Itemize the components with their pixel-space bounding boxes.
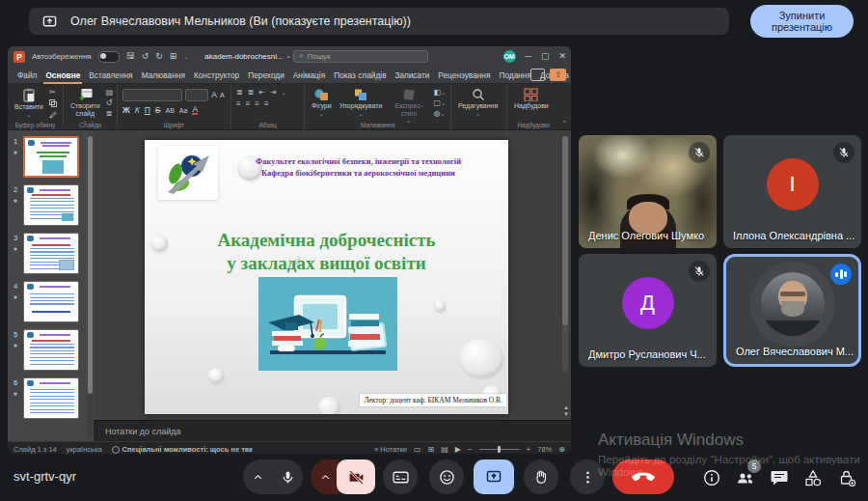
fit-slide-icon[interactable]: ⊕ (558, 446, 565, 454)
participant-tile-illona[interactable]: І Іллона Олександрівна ... (723, 135, 861, 248)
align-center-icon[interactable]: ≡ (246, 100, 251, 108)
numbering-icon[interactable]: ≣ (248, 89, 255, 97)
decrease-indent-icon[interactable]: ⇤ (258, 89, 265, 97)
chat-button[interactable] (770, 468, 789, 487)
slide-thumbnail-6[interactable]: 6 (8, 377, 94, 419)
participant-tile-oleg-speaking[interactable]: Олег Вячеславович М... (723, 254, 861, 367)
bold-button[interactable]: Ж (122, 106, 130, 115)
reset-icon[interactable]: ↺ (106, 99, 114, 107)
language-indicator[interactable]: українська (67, 445, 102, 454)
account-avatar[interactable]: ОМ (503, 50, 516, 63)
shape-outline-icon[interactable]: ▢⌄ (433, 99, 446, 107)
next-slide-icon[interactable]: ▼ (563, 411, 569, 417)
tab-file[interactable]: Файл (17, 70, 37, 80)
copy-icon[interactable] (49, 99, 57, 109)
tab-home[interactable]: Основне (45, 70, 80, 80)
strikethrough-button[interactable]: S (155, 106, 161, 115)
activities-button[interactable] (803, 468, 823, 487)
autosave-toggle[interactable] (98, 51, 120, 63)
host-controls-button[interactable] (837, 468, 856, 487)
present-now-button-active[interactable] (474, 459, 514, 494)
increase-indent-icon[interactable]: ⇥ (270, 89, 277, 97)
slideshow-icon[interactable]: ⊞ (170, 52, 177, 61)
tab-review[interactable]: Рецензування (438, 70, 490, 80)
mic-options-chevron-icon[interactable] (243, 472, 273, 483)
italic-button[interactable]: К (135, 106, 140, 115)
zoom-out-icon[interactable]: − (468, 446, 473, 454)
stop-presentation-button[interactable]: Зупинити презентацію (750, 5, 854, 38)
share-button[interactable]: ⇪ (550, 69, 566, 81)
slide-sorter-icon[interactable]: ⊞ (428, 446, 435, 454)
align-left-icon[interactable]: ≡ (236, 100, 241, 108)
collapse-ribbon-icon[interactable]: ⌃ (561, 120, 567, 127)
notes-pane[interactable]: Нотатки до слайда (94, 420, 571, 441)
paste-button[interactable]: Вставити ⌄ (13, 87, 45, 119)
bullets-icon[interactable]: ≣ (236, 89, 243, 97)
zoom-in-icon[interactable]: + (527, 446, 531, 454)
tab-transitions[interactable]: Переходи (248, 70, 285, 80)
search-input[interactable]: ⌕ Пошук (293, 50, 428, 63)
font-name-combobox[interactable] (122, 89, 182, 101)
participant-tile-dmytro[interactable]: Д Дмитро Русланович Ч... (579, 254, 717, 367)
quick-styles-button[interactable]: Експрес-стилі ⌄ (388, 87, 429, 125)
camera-options-chevron-icon[interactable] (311, 459, 339, 494)
notes-toggle-button[interactable]: ≡ Нотатки (374, 445, 407, 454)
layout-icon[interactable]: ▤ (106, 89, 114, 97)
normal-view-icon[interactable]: ▭ (414, 446, 421, 454)
participant-tile-denys[interactable]: Денис Олегович Шумко (579, 135, 717, 248)
thumbnails-scrollbar[interactable] (88, 134, 93, 437)
slide-1[interactable]: Факультет екологічної безпеки, інженерії… (145, 140, 508, 414)
character-spacing-button[interactable]: АВ (165, 106, 174, 115)
shape-effects-icon[interactable]: ◍⌄ (433, 110, 446, 118)
tab-slideshow[interactable]: Показ слайдів (334, 70, 386, 80)
shapes-button[interactable]: Фігури ⌄ (310, 87, 334, 118)
meeting-details-button[interactable] (702, 468, 721, 487)
more-options-button[interactable] (570, 459, 605, 494)
font-size-combobox[interactable] (185, 89, 208, 101)
tab-animations[interactable]: Анімація (293, 70, 325, 80)
addins-button[interactable]: Надбудови (512, 87, 551, 111)
zoom-level[interactable]: 78% (537, 445, 552, 454)
minimize-button[interactable]: ─ (526, 52, 531, 61)
underline-button[interactable]: П (145, 106, 150, 115)
accessibility-checker[interactable]: Спеціальні можливості: щось не так (112, 445, 253, 454)
tab-design[interactable]: Конструктор (194, 70, 239, 80)
cut-icon[interactable]: ✂ (49, 89, 57, 97)
save-icon[interactable]: 🖫 (126, 52, 135, 61)
slide-thumbnail-3[interactable]: 3 (8, 233, 94, 274)
arrange-button[interactable]: Упорядкувати ⌄ (338, 87, 385, 118)
undo-icon[interactable]: ↺ (142, 52, 149, 61)
maximize-button[interactable]: ▢ (541, 52, 550, 61)
leave-call-button[interactable] (612, 459, 674, 494)
previous-slide-icon[interactable]: ▲ (563, 404, 569, 410)
tab-record[interactable]: Записати (395, 70, 430, 80)
shrink-font-icon[interactable]: А (220, 91, 225, 99)
close-button[interactable]: ✕ (558, 52, 566, 61)
microphone-button[interactable] (243, 459, 303, 494)
justify-icon[interactable]: ≡ (264, 100, 269, 108)
quick-access-chevron-icon[interactable]: ⌄ (183, 54, 188, 60)
slide-thumbnail-5[interactable]: 5 (8, 329, 94, 371)
captions-button[interactable] (383, 459, 418, 494)
slide-thumbnail-1[interactable]: 1 (8, 136, 94, 178)
slideshow-view-icon[interactable]: ▶ (455, 446, 461, 454)
camera-button[interactable] (311, 459, 375, 494)
raise-hand-button[interactable] (524, 459, 558, 494)
reactions-button[interactable] (429, 459, 464, 494)
redo-icon[interactable]: ↻ (155, 52, 163, 61)
slide-thumbnail-2[interactable]: 2 (8, 184, 94, 226)
canvas-scrollbar[interactable] (562, 136, 568, 373)
slide-thumbnail-4[interactable]: 4 (8, 281, 94, 322)
tab-view[interactable]: Подання (499, 70, 531, 80)
grow-font-icon[interactable]: А (211, 91, 217, 99)
change-case-button[interactable]: Аа (179, 106, 188, 115)
shape-fill-icon[interactable]: ◧⌄ (433, 89, 446, 97)
comments-icon[interactable] (530, 69, 545, 81)
format-painter-icon[interactable]: 🖉 (49, 112, 57, 120)
reading-view-icon[interactable]: ▤ (441, 446, 448, 454)
tab-insert[interactable]: Вставлення (89, 70, 132, 80)
tab-draw[interactable]: Малювання (142, 70, 185, 80)
editing-button[interactable]: Редагування ⌄ (456, 87, 500, 118)
align-right-icon[interactable]: ≡ (255, 100, 259, 108)
font-color-button[interactable]: А (192, 105, 198, 115)
